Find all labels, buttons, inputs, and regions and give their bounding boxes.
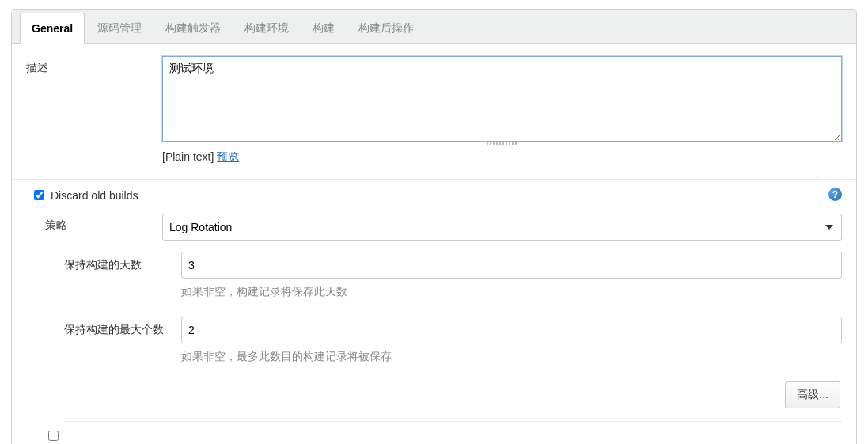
tab-general[interactable]: General: [20, 13, 85, 44]
max-builds-label: 保持构建的最大个数: [64, 323, 181, 337]
tab-scm[interactable]: 源码管理: [86, 13, 153, 44]
tab-postbuild[interactable]: 构建后操作: [347, 13, 425, 44]
discard-old-builds-checkbox[interactable]: [34, 190, 44, 200]
general-content: 描述 [Plain text] 预览 Discard old builds ?: [12, 44, 856, 444]
next-option-checkbox[interactable]: [48, 431, 59, 441]
config-panel: General 源码管理 构建触发器 构建环境 构建 构建后操作 描述 [Pla…: [11, 9, 857, 444]
divider: [64, 421, 842, 422]
strategy-select[interactable]: Log Rotation: [162, 214, 842, 241]
resize-grip-icon[interactable]: [487, 142, 518, 145]
advanced-button[interactable]: 高级...: [785, 381, 840, 408]
description-label: 描述: [26, 56, 162, 75]
preview-link[interactable]: 预览: [217, 150, 239, 163]
days-to-keep-label: 保持构建的天数: [64, 258, 181, 272]
plain-text-label: [Plain text]: [162, 150, 214, 163]
discard-old-builds-label: Discard old builds: [51, 189, 138, 202]
description-textarea[interactable]: [162, 56, 842, 142]
strategy-label: 策略: [45, 214, 162, 233]
help-icon[interactable]: ?: [828, 188, 842, 201]
days-to-keep-input[interactable]: [181, 252, 842, 279]
max-builds-help: 如果非空，最多此数目的构建记录将被保存: [181, 350, 842, 364]
days-to-keep-help: 如果非空，构建记录将保存此天数: [181, 285, 842, 299]
divider: [12, 179, 856, 180]
next-option-label: [65, 433, 68, 439]
tab-triggers[interactable]: 构建触发器: [154, 13, 232, 44]
max-builds-input[interactable]: [181, 317, 842, 343]
tabs-bar: General 源码管理 构建触发器 构建环境 构建 构建后操作: [12, 10, 856, 44]
tab-build[interactable]: 构建: [301, 13, 346, 44]
tab-env[interactable]: 构建环境: [233, 13, 300, 44]
